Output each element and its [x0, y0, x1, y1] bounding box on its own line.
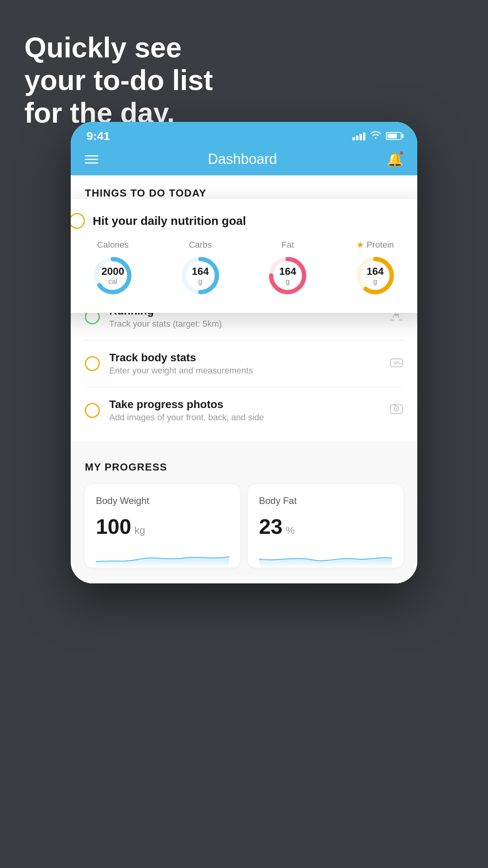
- calories-donut: 2000 cal: [91, 254, 134, 297]
- body-fat-unit: %: [286, 524, 295, 537]
- content-area: THINGS TO DO TODAY Hit your daily nutrit…: [71, 175, 417, 583]
- todo-item-photos[interactable]: Take progress photos Add images of your …: [85, 387, 403, 434]
- protein-donut: 164 g: [354, 254, 397, 297]
- body-fat-value-row: 23 %: [259, 514, 392, 539]
- scale-icon: [390, 357, 403, 371]
- body-fat-chart: [259, 548, 392, 568]
- carbs-value: 164: [192, 265, 209, 278]
- protein-unit: g: [367, 278, 383, 286]
- todo-info-photos: Take progress photos Add images of your …: [109, 398, 383, 423]
- svg-point-11: [399, 363, 401, 364]
- todo-sub-photos: Add images of your front, back, and side: [109, 412, 383, 423]
- calories-value: 2000: [101, 265, 124, 278]
- todo-name-body-stats: Track body stats: [109, 351, 383, 364]
- svg-point-14: [396, 408, 397, 410]
- nutrition-fat: Fat 164 g: [266, 240, 309, 297]
- progress-heading: MY PROGRESS: [85, 461, 403, 473]
- nutrition-protein: ★ Protein 164 g: [354, 240, 397, 297]
- todo-list: Running Track your stats (target: 5km): [71, 294, 417, 434]
- todo-sub-body-stats: Enter your weight and measurements: [109, 366, 383, 376]
- svg-rect-15: [394, 404, 396, 406]
- fat-donut: 164 g: [266, 254, 309, 297]
- svg-rect-10: [391, 359, 402, 367]
- protein-value: 164: [367, 265, 383, 278]
- headline: Quickly see your to-do list for the day.: [24, 31, 213, 129]
- card-radio[interactable]: [71, 213, 85, 229]
- nav-title: Dashboard: [208, 151, 277, 167]
- svg-point-9: [398, 319, 403, 321]
- nutrition-row: Calories 2000 cal Carbs: [71, 240, 417, 297]
- todo-circle-body-stats: [85, 356, 100, 371]
- nutrition-calories: Calories 2000 cal: [91, 240, 134, 297]
- todo-sub-running: Track your stats (target: 5km): [109, 319, 383, 329]
- body-weight-card: Body Weight 100 kg: [85, 484, 240, 568]
- card-header: Hit your daily nutrition goal: [71, 213, 417, 229]
- body-weight-value-row: 100 kg: [96, 514, 229, 539]
- star-icon: ★: [356, 240, 364, 250]
- signal-icon: [352, 132, 365, 140]
- todo-info-body-stats: Track body stats Enter your weight and m…: [109, 351, 383, 376]
- body-weight-value: 100: [96, 514, 131, 539]
- wifi-icon: [370, 131, 381, 142]
- notification-dot: [399, 151, 404, 155]
- protein-label-wrap: ★ Protein: [356, 240, 394, 250]
- body-weight-unit: kg: [134, 524, 145, 537]
- nutrition-carbs: Carbs 164 g: [179, 240, 222, 297]
- status-bar: 9:41: [71, 122, 417, 147]
- todo-name-photos: Take progress photos: [109, 398, 383, 411]
- body-fat-title: Body Fat: [259, 495, 392, 506]
- nutrition-card: Hit your daily nutrition goal Calories 2…: [71, 199, 417, 313]
- carbs-label: Carbs: [189, 240, 212, 250]
- body-weight-title: Body Weight: [96, 495, 229, 506]
- progress-section: MY PROGRESS Body Weight 100 kg: [71, 441, 417, 583]
- notification-bell[interactable]: 🔔: [387, 151, 403, 167]
- calories-label: Calories: [97, 240, 129, 250]
- protein-label: Protein: [367, 240, 394, 250]
- nav-bar: Dashboard 🔔: [71, 147, 417, 175]
- progress-cards: Body Weight 100 kg: [85, 484, 403, 568]
- battery-icon: [386, 132, 402, 140]
- carbs-unit: g: [192, 278, 209, 286]
- calories-unit: cal: [101, 278, 124, 286]
- todo-item-body-stats[interactable]: Track body stats Enter your weight and m…: [85, 340, 403, 387]
- status-time: 9:41: [86, 129, 110, 143]
- body-fat-card: Body Fat 23 %: [248, 484, 403, 568]
- svg-point-8: [390, 319, 394, 321]
- todo-circle-photos: [85, 403, 100, 418]
- phone-mockup: 9:41 Dashboard: [71, 122, 417, 583]
- fat-value: 164: [279, 265, 296, 278]
- fat-unit: g: [279, 278, 296, 286]
- card-title: Hit your daily nutrition goal: [93, 214, 246, 228]
- body-weight-chart: [96, 548, 229, 568]
- body-fat-value: 23: [259, 514, 283, 539]
- fat-label: Fat: [281, 240, 294, 250]
- status-icons: [352, 131, 402, 142]
- carbs-donut: 164 g: [179, 254, 222, 297]
- photo-icon: [390, 403, 403, 418]
- hamburger-menu[interactable]: [85, 155, 98, 164]
